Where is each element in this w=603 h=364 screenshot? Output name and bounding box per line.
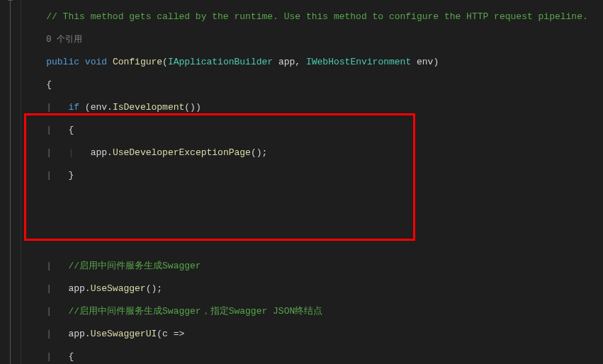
param-app: app	[278, 57, 295, 67]
lambda-c: c	[162, 329, 168, 339]
code-editor[interactable]: // This method gets called by the runtim…	[0, 0, 603, 364]
type-iappbuilder: IApplicationBuilder	[168, 57, 273, 67]
ident-env: env	[91, 102, 107, 113]
code-area[interactable]: // This method gets called by the runtim…	[21, 0, 603, 364]
kw-public: public	[46, 57, 79, 67]
kw-if: if	[68, 102, 79, 113]
comment-swagger1: //启用中间件服务生成Swagger	[68, 261, 201, 271]
ident-app: app	[91, 147, 107, 158]
method-configure: Configure	[113, 57, 162, 67]
method-usedevexc: UseDeveloperExceptionPage	[113, 147, 251, 158]
param-env: env	[417, 57, 433, 67]
type-iwebhostenv: IWebHostEnvironment	[306, 57, 411, 67]
method-useswagger: UseSwagger	[91, 283, 146, 294]
comment-swagger2: //启用中间件服务生成Swagger，指定Swagger JSON终结点	[68, 306, 322, 317]
method-isdev: IsDevelopment	[113, 102, 184, 113]
method-useswaggerui: UseSwaggerUI	[91, 329, 157, 339]
ident-app2: app	[68, 283, 84, 294]
kw-void: void	[85, 57, 107, 67]
ident-app3: app	[68, 329, 84, 339]
codelens-refs[interactable]: 0 个引用	[46, 35, 81, 45]
comment-header: // This method gets called by the runtim…	[46, 11, 588, 22]
gutter	[0, 0, 21, 364]
